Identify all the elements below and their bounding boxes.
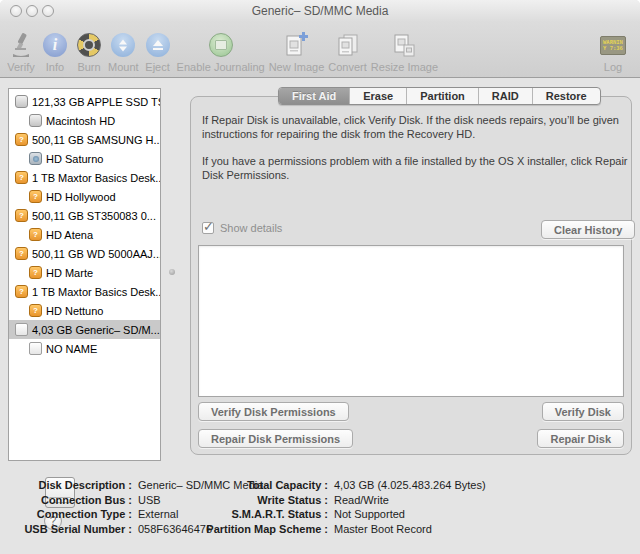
list-item-label: 1 TB Maxtor Basics Desk... bbox=[32, 286, 161, 298]
toolbar-item-label: Enable Journaling bbox=[177, 61, 265, 73]
toolbar-item-label: Burn bbox=[77, 61, 100, 73]
tab-partition[interactable]: Partition bbox=[406, 88, 478, 104]
list-item-label: 500,11 GB WD 5000AAJ... bbox=[32, 248, 161, 260]
info-label: Total Capacity : bbox=[195, 478, 328, 493]
drive-orange-question-icon: ? bbox=[15, 133, 28, 146]
info-value: Not Supported bbox=[334, 507, 405, 522]
eject-button[interactable]: Eject bbox=[143, 30, 173, 73]
mount-button[interactable]: Mount bbox=[108, 30, 139, 73]
list-item[interactable]: ? 500,11 GB ST350083 0... bbox=[9, 206, 160, 225]
list-item[interactable]: ? HD Hollywood bbox=[9, 187, 160, 206]
info-label: Connection Type : bbox=[0, 507, 132, 522]
list-item-selected[interactable]: 4,03 GB Generic– SD/M... bbox=[9, 320, 160, 339]
drive-orange-question-icon: ? bbox=[29, 304, 42, 317]
list-item[interactable]: ? HD Marte bbox=[9, 263, 160, 282]
verify-disk-button[interactable]: Verify Disk bbox=[542, 402, 624, 421]
convert-button[interactable]: Convert bbox=[328, 30, 367, 73]
repair-disk-button[interactable]: Repair Disk bbox=[537, 429, 624, 448]
list-item[interactable]: ? 1 TB Maxtor Basics Desk... bbox=[9, 282, 160, 301]
info-value: 4,03 GB (4.025.483.264 Bytes) bbox=[334, 478, 486, 493]
list-item-label: Macintosh HD bbox=[46, 115, 115, 127]
info-value: Master Boot Record bbox=[334, 522, 432, 537]
tab-restore[interactable]: Restore bbox=[532, 88, 600, 104]
toolbar-item-label: Eject bbox=[145, 61, 169, 73]
list-item[interactable]: Macintosh HD bbox=[9, 111, 160, 130]
list-item-label: HD Marte bbox=[46, 267, 93, 279]
list-item-label: 4,03 GB Generic– SD/M... bbox=[32, 324, 160, 336]
drive-orange-question-icon: ? bbox=[29, 190, 42, 203]
info-label: Write Status : bbox=[195, 493, 328, 508]
log-button[interactable]: WARNIN Y 7:36 Log bbox=[598, 30, 628, 73]
drive-orange-question-icon: ? bbox=[15, 171, 28, 184]
info-value: USB bbox=[138, 493, 161, 508]
toolbar-item-label: Log bbox=[604, 61, 622, 73]
toolbar-item-label: Mount bbox=[108, 61, 139, 73]
new-image-button[interactable]: New Image bbox=[269, 30, 325, 73]
info-row: S.M.A.R.T. Status : Not Supported bbox=[195, 507, 486, 522]
info-row: Total Capacity : 4,03 GB (4.025.483.264 … bbox=[195, 478, 486, 493]
eject-icon bbox=[143, 30, 173, 60]
info-row: Write Status : Read/Write bbox=[195, 493, 486, 508]
list-item[interactable]: ? 500,11 GB WD 5000AAJ... bbox=[9, 244, 160, 263]
first-aid-paragraph: If Repair Disk is unavailable, click Ver… bbox=[202, 113, 630, 141]
list-item[interactable]: NO NAME bbox=[9, 339, 160, 358]
drive-gray-icon bbox=[29, 114, 42, 127]
list-item-label: 1 TB Maxtor Basics Desk... bbox=[32, 172, 161, 184]
title-bar: Generic– SD/MMC Media bbox=[0, 0, 640, 22]
splitter-handle[interactable] bbox=[169, 269, 175, 275]
list-item-label: HD Hollywood bbox=[46, 191, 116, 203]
mount-icon bbox=[108, 30, 138, 60]
show-details-checkbox[interactable]: ✓ bbox=[202, 222, 214, 234]
enable-journaling-button[interactable]: Enable Journaling bbox=[177, 30, 265, 73]
list-item[interactable]: ? 500,11 GB SAMSUNG H... bbox=[9, 130, 160, 149]
info-label: Connection Bus : bbox=[0, 493, 132, 508]
info-value: Read/Write bbox=[334, 493, 389, 508]
new-image-icon bbox=[281, 30, 311, 60]
first-aid-results-area[interactable] bbox=[198, 245, 624, 397]
list-item-label: HD Atena bbox=[46, 229, 93, 241]
list-item[interactable]: ? HD Nettuno bbox=[9, 301, 160, 320]
list-item-label: NO NAME bbox=[46, 343, 97, 355]
list-item-label: HD Saturno bbox=[46, 153, 103, 165]
burn-button[interactable]: Burn bbox=[74, 30, 104, 73]
drive-orange-question-icon: ? bbox=[29, 266, 42, 279]
show-details-control[interactable]: ✓ Show details bbox=[202, 222, 282, 234]
list-item[interactable]: ? 1 TB Maxtor Basics Desk... bbox=[9, 168, 160, 187]
verify-disk-permissions-button[interactable]: Verify Disk Permissions bbox=[198, 402, 349, 421]
tab-bar: First Aid Erase Partition RAID Restore bbox=[278, 87, 601, 105]
list-item[interactable]: ? HD Atena bbox=[9, 225, 160, 244]
log-icon: WARNIN Y 7:36 bbox=[598, 30, 628, 60]
list-item-label: 500,11 GB ST350083 0... bbox=[32, 210, 156, 222]
info-label: S.M.A.R.T. Status : bbox=[195, 507, 328, 522]
toolbar-item-label: New Image bbox=[269, 61, 325, 73]
info-label: Partition Map Scheme : bbox=[195, 522, 328, 537]
info-button[interactable]: i Info bbox=[40, 30, 70, 73]
info-label: USB Serial Number : bbox=[0, 522, 132, 537]
resize-image-button[interactable]: Resize Image bbox=[371, 30, 438, 73]
drive-platter-icon bbox=[29, 152, 42, 165]
list-item-label: 500,11 GB SAMSUNG H... bbox=[32, 134, 161, 146]
toolbar-item-label: Convert bbox=[328, 61, 367, 73]
list-item[interactable]: HD Saturno bbox=[9, 149, 160, 168]
verify-button[interactable]: Verify bbox=[6, 30, 36, 73]
tab-raid[interactable]: RAID bbox=[478, 88, 532, 104]
list-item[interactable]: 121,33 GB APPLE SSD TS... bbox=[9, 92, 160, 111]
disk-utility-window: Generic– SD/MMC Media Verify i Info bbox=[0, 0, 640, 554]
tab-first-aid[interactable]: First Aid bbox=[279, 88, 349, 104]
log-icon-text: Y 7:36 bbox=[603, 45, 623, 51]
window-title: Generic– SD/MMC Media bbox=[0, 4, 640, 18]
info-icon: i bbox=[40, 30, 70, 60]
list-item-label: HD Nettuno bbox=[46, 305, 103, 317]
journaling-icon bbox=[206, 30, 236, 60]
info-value: External bbox=[138, 507, 178, 522]
convert-icon bbox=[333, 30, 363, 60]
toolbar-item-label: Resize Image bbox=[371, 61, 438, 73]
tab-erase[interactable]: Erase bbox=[349, 88, 406, 104]
first-aid-description: If Repair Disk is unavailable, click Ver… bbox=[202, 113, 630, 182]
clear-history-button[interactable]: Clear History bbox=[541, 220, 635, 239]
drive-orange-question-icon: ? bbox=[15, 209, 28, 222]
toolbar-item-label: Info bbox=[46, 61, 64, 73]
repair-disk-permissions-button[interactable]: Repair Disk Permissions bbox=[198, 429, 353, 448]
info-row: Partition Map Scheme : Master Boot Recor… bbox=[195, 522, 486, 537]
first-aid-paragraph: If you have a permissions problem with a… bbox=[202, 154, 630, 182]
